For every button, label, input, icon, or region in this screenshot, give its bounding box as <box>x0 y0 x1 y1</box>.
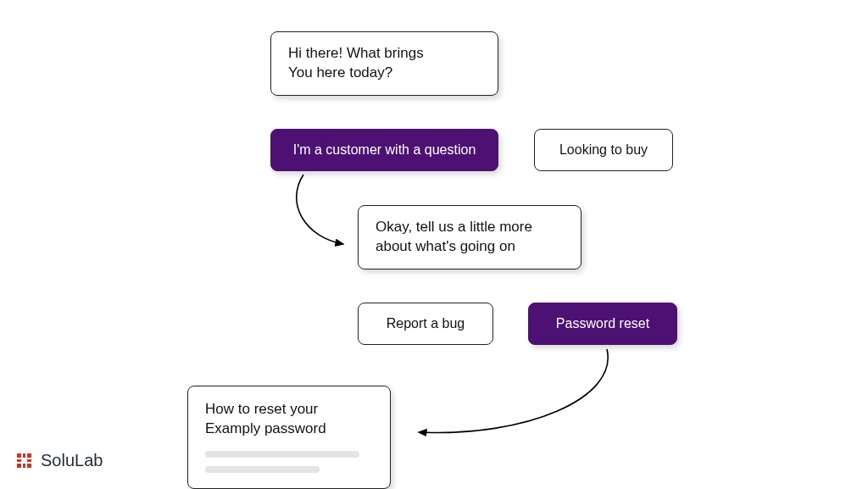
skeleton-line <box>205 466 320 473</box>
brand-icon <box>15 452 34 470</box>
result-title-line1: How to reset your <box>205 400 373 420</box>
svg-rect-3 <box>17 459 21 462</box>
arrow-step2-to-result <box>0 0 868 489</box>
svg-rect-5 <box>17 464 21 468</box>
svg-rect-4 <box>27 459 31 462</box>
result-title-line2: Examply password <box>205 420 373 439</box>
skeleton-line <box>205 451 359 458</box>
svg-rect-1 <box>23 453 25 458</box>
brand-logo: SoluLab <box>15 451 103 470</box>
svg-rect-7 <box>27 464 31 468</box>
svg-rect-6 <box>23 464 25 468</box>
result-card[interactable]: How to reset your Examply password <box>187 386 391 489</box>
svg-rect-2 <box>27 453 31 458</box>
svg-rect-0 <box>17 453 21 458</box>
brand-name: SoluLab <box>41 451 103 470</box>
